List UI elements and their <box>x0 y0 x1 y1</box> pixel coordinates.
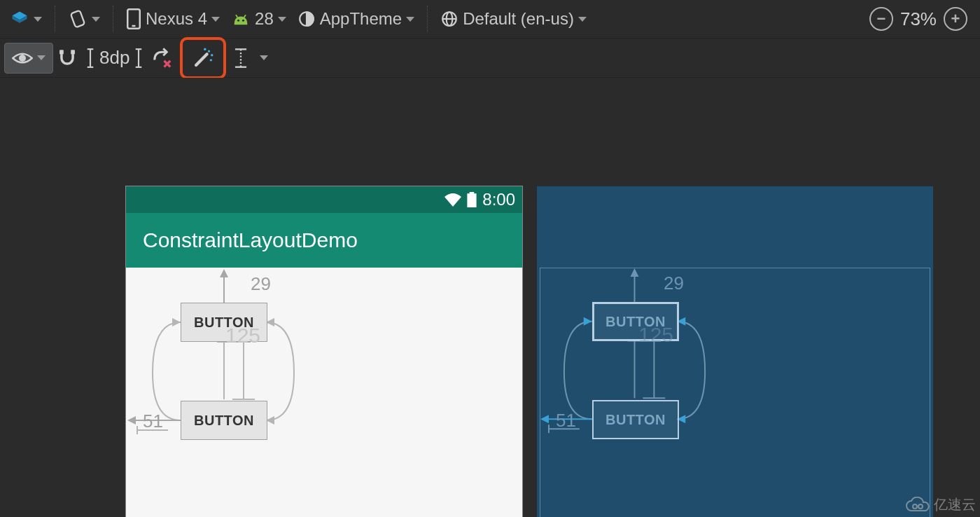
surface-dropdown[interactable] <box>4 5 48 33</box>
status-bar: 8:00 <box>126 186 522 213</box>
zoom-out-button[interactable]: − <box>869 7 893 31</box>
svg-point-26 <box>211 54 213 56</box>
blueprint-button-2[interactable]: BUTTON <box>592 400 679 439</box>
watermark-text: 亿速云 <box>934 495 976 514</box>
svg-point-27 <box>204 48 206 50</box>
watermark: 亿速云 <box>904 495 976 514</box>
default-margin-dropdown[interactable]: 8dp <box>81 44 148 72</box>
svg-marker-57 <box>540 415 549 423</box>
locale-label: Default (en-us) <box>463 9 574 29</box>
bp-margin-top-label: 29 <box>664 273 684 294</box>
separator <box>427 6 428 32</box>
bp-center-dim-label: 125 <box>638 323 673 347</box>
svg-point-61 <box>918 504 923 509</box>
clear-constraints-icon <box>152 48 173 69</box>
theme-icon <box>298 10 316 28</box>
zoom-controls: − 73% + <box>869 7 967 31</box>
svg-point-6 <box>242 20 244 22</box>
chevron-down-icon <box>211 17 220 22</box>
magnet-icon <box>57 48 77 69</box>
status-time: 8:00 <box>482 190 515 209</box>
svg-rect-2 <box>71 11 85 28</box>
margin-top-label: 29 <box>251 273 271 295</box>
margin-icon <box>85 48 95 69</box>
svg-marker-42 <box>172 318 181 326</box>
phone-icon <box>126 8 141 29</box>
preview-button-2[interactable]: BUTTON <box>181 401 267 440</box>
margin-icon <box>134 48 144 69</box>
chevron-down-icon <box>34 17 42 22</box>
api-label: 28 <box>255 9 274 29</box>
separator <box>113 6 113 32</box>
svg-marker-44 <box>127 416 136 425</box>
svg-marker-35 <box>220 269 228 277</box>
orientation-dropdown[interactable] <box>62 5 106 33</box>
pack-dropdown[interactable] <box>229 44 272 72</box>
zoom-label: 73% <box>900 8 937 30</box>
device-dropdown[interactable]: Nexus 4 <box>120 5 225 33</box>
svg-point-5 <box>237 20 239 22</box>
chevron-down-icon <box>278 17 286 22</box>
chevron-down-icon <box>92 17 100 22</box>
config-toolbar: Nexus 4 28 AppTheme Default (en-us) − 73… <box>0 0 980 39</box>
app-title: ConstraintLayoutDemo <box>143 228 358 252</box>
android-icon <box>231 11 251 27</box>
svg-line-24 <box>196 54 207 65</box>
svg-marker-55 <box>584 317 592 326</box>
locale-dropdown[interactable]: Default (en-us) <box>435 5 592 33</box>
align-icon <box>233 48 248 69</box>
clear-constraints-button[interactable] <box>148 44 177 72</box>
layout-canvas[interactable]: 8:00 ConstraintLayoutDemo <box>0 78 980 517</box>
infer-constraints-button[interactable] <box>180 37 226 79</box>
chevron-down-icon <box>37 55 46 60</box>
layers-icon <box>10 9 29 29</box>
margin-left-label: 51 <box>143 411 163 432</box>
center-dim-label: 125 <box>225 324 260 347</box>
svg-line-7 <box>236 15 237 18</box>
svg-rect-33 <box>470 192 475 194</box>
blueprint-frame: BUTTON BUTTON 29 125 51 <box>537 186 933 517</box>
margin-label: 8dp <box>99 47 130 69</box>
chevron-down-icon <box>260 55 268 60</box>
wifi-icon <box>444 193 461 207</box>
zoom-in-button[interactable]: + <box>944 7 967 31</box>
device-label: Nexus 4 <box>146 9 207 29</box>
theme-dropdown[interactable]: AppTheme <box>292 5 420 33</box>
battery-icon <box>467 192 477 207</box>
theme-label: AppTheme <box>320 9 402 29</box>
svg-point-60 <box>913 504 917 509</box>
design-toolbar: 8dp <box>0 39 980 78</box>
api-dropdown[interactable]: 28 <box>225 5 292 33</box>
view-options-dropdown[interactable] <box>4 43 53 74</box>
rotate-icon <box>68 9 88 29</box>
separator <box>55 6 55 32</box>
app-bar: ConstraintLayoutDemo <box>126 213 522 268</box>
svg-line-8 <box>244 15 246 18</box>
svg-point-25 <box>208 50 210 52</box>
svg-marker-48 <box>631 268 639 277</box>
svg-point-28 <box>210 59 212 61</box>
magic-wand-icon <box>191 46 215 70</box>
button-label: BUTTON <box>606 412 666 428</box>
svg-point-13 <box>20 55 25 61</box>
eye-icon <box>12 51 33 65</box>
globe-icon <box>440 10 458 28</box>
bp-margin-left-label: 51 <box>556 410 576 432</box>
svg-rect-32 <box>468 193 477 207</box>
chevron-down-icon <box>578 17 587 22</box>
chevron-down-icon <box>406 17 414 22</box>
cloud-icon <box>904 497 931 513</box>
autoconnect-toggle[interactable] <box>53 44 81 72</box>
button-label: BUTTON <box>194 413 254 429</box>
blueprint-body[interactable]: BUTTON BUTTON 29 125 51 <box>540 268 930 517</box>
design-body[interactable]: BUTTON BUTTON 29 125 51 <box>126 268 522 517</box>
design-preview-frame: 8:00 ConstraintLayoutDemo <box>126 186 522 517</box>
